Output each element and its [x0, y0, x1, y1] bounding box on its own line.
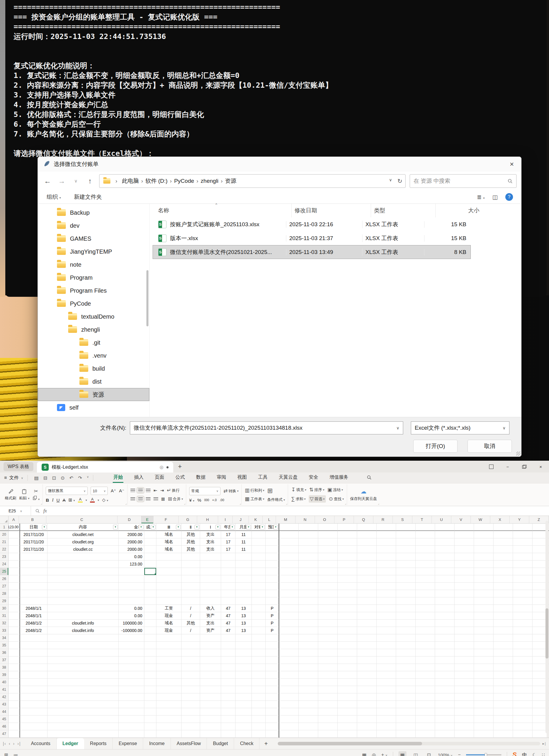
- reading-mode-icon[interactable]: ◎: [372, 752, 376, 756]
- cell-I25[interactable]: [221, 568, 236, 575]
- new-folder-button[interactable]: 新建文件夹: [74, 193, 102, 201]
- cell-G37[interactable]: [182, 656, 200, 664]
- cell-Y26[interactable]: [513, 575, 532, 583]
- cell-T25[interactable]: [416, 568, 435, 575]
- file-row[interactable]: S微信支付账单流水文件(20251021-2025...2025-11-03 1…: [153, 245, 471, 259]
- cell-X21[interactable]: [493, 538, 513, 546]
- cell-A23[interactable]: [9, 553, 20, 561]
- cell-I37[interactable]: [221, 656, 236, 664]
- cell-S31[interactable]: [396, 612, 416, 620]
- address-bar[interactable]: › 此电脑›软件 (D:)›PyCode›zhengli›资源 ∨ ↻: [99, 174, 405, 188]
- tree-item-build[interactable]: build: [38, 362, 149, 375]
- cell-M46[interactable]: [279, 723, 299, 730]
- cell-Q45[interactable]: [357, 716, 377, 723]
- cell-H25[interactable]: [200, 568, 221, 575]
- zoom-slider[interactable]: [466, 754, 501, 755]
- cell-N44[interactable]: [299, 708, 318, 716]
- cell-D36[interactable]: [119, 649, 144, 656]
- cell-F43[interactable]: [157, 701, 182, 708]
- split-view-icon[interactable]: ◫: [412, 751, 420, 756]
- cell-R40[interactable]: [377, 679, 396, 686]
- prev-sheet-icon[interactable]: ‹: [9, 741, 10, 746]
- cell-A45[interactable]: [9, 716, 20, 723]
- cell-Y37[interactable]: [513, 656, 532, 664]
- cell-A22[interactable]: [9, 546, 20, 553]
- cell-D28[interactable]: [119, 590, 144, 597]
- cell-H23[interactable]: [200, 553, 221, 561]
- save-icon[interactable]: ▤: [34, 475, 39, 481]
- wps-titlebar[interactable]: WPS 表格 S 模板-Ledgert.xlsx ◎ + − ×: [0, 461, 549, 473]
- cell-G24[interactable]: [182, 561, 200, 568]
- cell-W31[interactable]: [474, 612, 493, 620]
- cell-L40[interactable]: [266, 679, 279, 686]
- cell-O32[interactable]: [318, 620, 338, 627]
- cell-V42[interactable]: [454, 693, 474, 701]
- cell-K30[interactable]: [252, 605, 266, 612]
- cell-S36[interactable]: [396, 649, 416, 656]
- cell-M41[interactable]: [279, 686, 299, 693]
- cell-B31[interactable]: 2048/1/1: [20, 612, 48, 620]
- cell-I23[interactable]: [221, 553, 236, 561]
- cell-D47[interactable]: [119, 730, 144, 738]
- cell-G30[interactable]: /: [182, 605, 200, 612]
- language-indicator[interactable]: 中: [522, 752, 527, 756]
- cell-R26[interactable]: [377, 575, 396, 583]
- sum-button[interactable]: ∑求和 ▾: [291, 496, 305, 502]
- cell-K34[interactable]: [252, 634, 266, 642]
- cell-C37[interactable]: [48, 656, 119, 664]
- cell-G27[interactable]: [182, 583, 200, 590]
- cell-E23[interactable]: [144, 553, 157, 561]
- ribbon-search-icon[interactable]: [366, 475, 372, 481]
- tree-item-.git[interactable]: .git: [38, 336, 149, 349]
- cell-D26[interactable]: [119, 575, 144, 583]
- cell-H35[interactable]: [200, 642, 221, 649]
- row-header-23[interactable]: 23: [0, 553, 9, 561]
- cell-N35[interactable]: [299, 642, 318, 649]
- cell-H33[interactable]: 资产: [200, 627, 221, 634]
- cell-U41[interactable]: [435, 686, 454, 693]
- view-mode-icon[interactable]: ≣ ▾: [477, 194, 485, 201]
- col-header-Y[interactable]: Y: [510, 516, 529, 523]
- cell-T34[interactable]: [416, 634, 435, 642]
- cell-Q23[interactable]: [357, 553, 377, 561]
- cell-A31[interactable]: [9, 612, 20, 620]
- cell-R31[interactable]: [377, 612, 396, 620]
- cell-T29[interactable]: [416, 597, 435, 605]
- cell-J21[interactable]: 11: [236, 538, 252, 546]
- cell-P45[interactable]: [338, 716, 357, 723]
- cell-F22[interactable]: 域名: [157, 546, 182, 553]
- cell-N1[interactable]: [299, 524, 318, 531]
- cell-E44[interactable]: [144, 708, 157, 716]
- cell-U31[interactable]: [435, 612, 454, 620]
- sheet-tab-Reports[interactable]: Reports: [84, 738, 113, 749]
- cell-G34[interactable]: [182, 634, 200, 642]
- cell-R22[interactable]: [377, 546, 396, 553]
- row-header-34[interactable]: 34: [0, 634, 9, 642]
- cell-C33[interactable]: cloudlet.info: [48, 627, 119, 634]
- cell-A21[interactable]: [9, 538, 20, 546]
- cell-V46[interactable]: [454, 723, 474, 730]
- cell-V38[interactable]: [454, 664, 474, 671]
- cell-V45[interactable]: [454, 716, 474, 723]
- cell-F46[interactable]: [157, 723, 182, 730]
- cell-N26[interactable]: [299, 575, 318, 583]
- cell-B36[interactable]: [20, 649, 48, 656]
- cell-I42[interactable]: [221, 693, 236, 701]
- tree-item-JiangYingTEMP[interactable]: JiangYingTEMP: [38, 245, 149, 258]
- cell-B24[interactable]: [20, 561, 48, 568]
- cell-Y42[interactable]: [513, 693, 532, 701]
- cell-Q29[interactable]: [357, 597, 377, 605]
- cell-Y23[interactable]: [513, 553, 532, 561]
- cell-L39[interactable]: [266, 671, 279, 679]
- row-header-42[interactable]: 42: [0, 693, 9, 701]
- cell-W1[interactable]: [474, 524, 493, 531]
- cell-Q31[interactable]: [357, 612, 377, 620]
- cell-V29[interactable]: [454, 597, 474, 605]
- cell-H43[interactable]: [200, 701, 221, 708]
- cell-R46[interactable]: [377, 723, 396, 730]
- filetype-dropdown-icon[interactable]: ∨: [503, 426, 506, 430]
- cell-B26[interactable]: [20, 575, 48, 583]
- cell-L26[interactable]: [266, 575, 279, 583]
- first-sheet-icon[interactable]: ∣‹: [2, 741, 6, 746]
- cell-F25[interactable]: [157, 568, 182, 575]
